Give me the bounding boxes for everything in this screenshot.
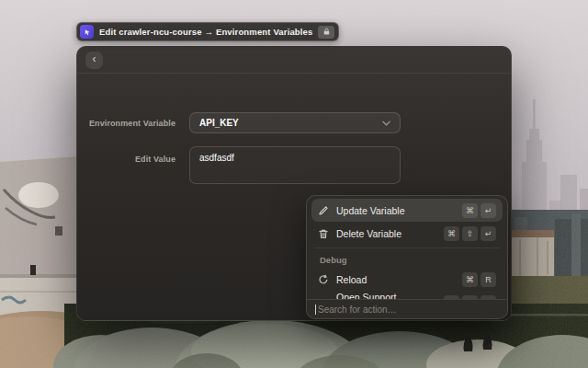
action-label: Open Support Directory bbox=[336, 292, 436, 300]
extension-icon bbox=[80, 25, 94, 39]
navigation-title-pill[interactable]: Edit crawler-ncu-course → Environment Va… bbox=[76, 22, 339, 41]
reload-icon bbox=[318, 274, 329, 285]
window-header: ‹ bbox=[77, 47, 511, 74]
keycap: ⌘ bbox=[444, 226, 459, 241]
action-label: Update Variable bbox=[336, 205, 405, 216]
shortcut-keys: ⌘ ⇧ ↵ bbox=[444, 226, 496, 241]
action-search-input[interactable] bbox=[318, 305, 499, 315]
keycap: ⌘ bbox=[462, 203, 478, 218]
environment-variable-dropdown[interactable]: API_KEY bbox=[189, 112, 401, 133]
pencil-icon bbox=[318, 205, 329, 216]
action-search-bar bbox=[307, 299, 507, 318]
lock-icon bbox=[318, 26, 334, 39]
action-item-reload[interactable]: Reload ⌘ R bbox=[311, 268, 503, 291]
action-label: Delete Variable bbox=[336, 228, 401, 239]
keycap: R bbox=[481, 272, 496, 287]
keycap: ↵ bbox=[481, 203, 496, 218]
trash-icon bbox=[318, 228, 329, 239]
action-item-delete-variable[interactable]: Delete Variable ⌘ ⇧ ↵ bbox=[311, 222, 503, 245]
action-panel: Update Variable ⌘ ↵ Delete Variable ⌘ ⇧ … bbox=[306, 195, 508, 319]
edit-value-textarea[interactable]: asdfasdf bbox=[189, 146, 401, 184]
keycap: ⌘ bbox=[462, 272, 478, 287]
dropdown-selected-value: API_KEY bbox=[199, 118, 239, 128]
keycap: ⇧ bbox=[462, 226, 478, 241]
action-label: Reload bbox=[336, 274, 367, 285]
environment-variable-label: Environment Variable bbox=[77, 119, 175, 128]
keycap: ↵ bbox=[481, 226, 496, 241]
back-button[interactable]: ‹ bbox=[85, 52, 103, 69]
action-item-update-variable[interactable]: Update Variable ⌘ ↵ bbox=[311, 199, 503, 222]
action-section-debug: Debug bbox=[311, 251, 503, 268]
divider bbox=[314, 247, 500, 248]
action-list: Update Variable ⌘ ↵ Delete Variable ⌘ ⇧ … bbox=[307, 196, 507, 299]
nav-title: Edit crawler-ncu-course → Environment Va… bbox=[99, 27, 312, 37]
action-item-open-support-directory[interactable]: Open Support Directory ⌘ ⇧ S bbox=[311, 291, 503, 299]
text-cursor bbox=[315, 305, 316, 315]
chevron-down-icon bbox=[382, 121, 390, 126]
edit-value-label: Edit Value bbox=[77, 155, 175, 164]
shortcut-keys: ⌘ R bbox=[462, 272, 496, 287]
shortcut-keys: ⌘ ↵ bbox=[462, 203, 496, 218]
